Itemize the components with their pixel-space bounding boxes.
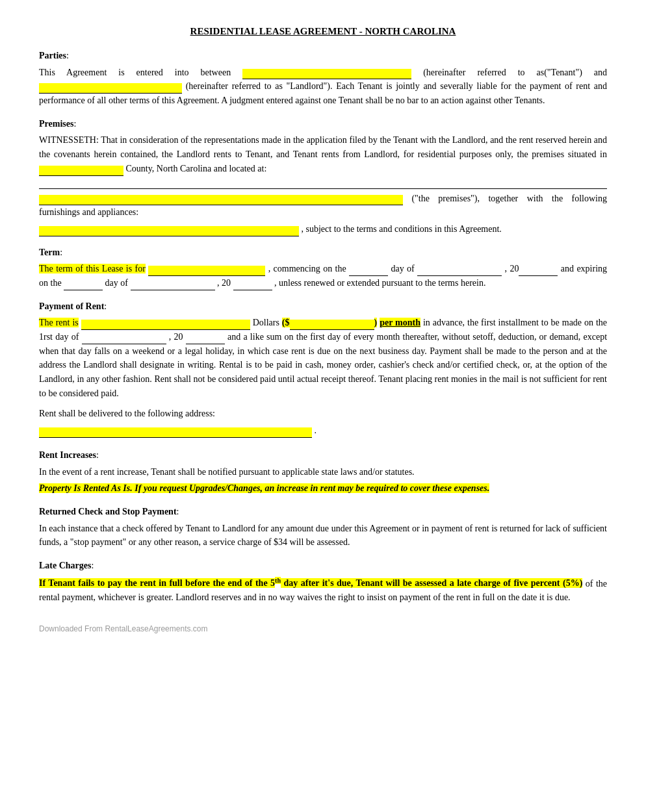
payment-text-1: The rent is Dollars ($) per month in adv… xyxy=(39,316,607,400)
late-charges-heading-line: Late Charges: xyxy=(39,559,607,573)
premises-subject-text: , subject to the terms and conditions in… xyxy=(302,224,502,234)
term-heading: Term xyxy=(39,247,60,257)
rent-increases-section: Rent Increases: In the event of a rent i… xyxy=(39,448,607,496)
returned-check-section: Returned Check and Stop Payment: In each… xyxy=(39,505,607,550)
payment-20: , 20 xyxy=(169,332,183,342)
rent-is-label: The rent is xyxy=(39,318,79,327)
rent-address-period: . xyxy=(315,425,317,435)
start-day-field[interactable] xyxy=(349,266,388,276)
late-charges-th: th xyxy=(275,577,281,584)
term-20-2: , 20 xyxy=(217,278,231,288)
parties-heading: Parties xyxy=(39,51,66,60)
end-month-field[interactable] xyxy=(131,280,215,290)
premises-together: ("the premises"), together with the foll… xyxy=(39,192,607,220)
returned-check-text: In each instance that a check offered by… xyxy=(39,522,607,550)
dollar-sign: ($ xyxy=(282,318,290,327)
document-title: RESIDENTIAL LEASE AGREEMENT - NORTH CARO… xyxy=(39,26,607,37)
county-name-field[interactable] xyxy=(39,166,123,176)
term-comma-20: , xyxy=(505,264,508,273)
parties-intro: This Agreement is entered into between xyxy=(39,68,231,77)
late-charges-highlight3: day after it's due, Tenant will be asses… xyxy=(283,578,582,588)
term-section: Term: The term of this Lease is for , co… xyxy=(39,246,607,290)
rent-address-intro: Rent shall be delivered to the following… xyxy=(39,407,607,421)
rent-increases-heading-line: Rent Increases: xyxy=(39,448,607,463)
premises-text: WITNESSETH: That in consideration of the… xyxy=(39,133,607,175)
rent-address-field-line: . xyxy=(39,424,607,438)
premises-address-field[interactable] xyxy=(39,195,403,205)
footer: Downloaded From RentalLeaseAgreements.co… xyxy=(39,624,607,633)
term-day-of: day of xyxy=(391,264,418,273)
rent-increases-highlight-text: Property Is Rented As Is. If you request… xyxy=(39,483,489,493)
premises-heading: Premises xyxy=(39,119,73,129)
rent-increases-heading: Rent Increases xyxy=(39,450,96,460)
furnishings-field[interactable] xyxy=(39,226,299,236)
start-year-field[interactable] xyxy=(519,266,558,276)
end-year-field[interactable] xyxy=(233,280,272,290)
term-20-1: 20 xyxy=(510,264,519,273)
term-commencing: , commencing on the xyxy=(268,264,349,273)
end-day-field[interactable] xyxy=(64,280,103,290)
late-charges-highlight1: If Tenant fails to pay the rent in full … xyxy=(39,578,275,588)
late-charges-section: Late Charges: If Tenant fails to pay the… xyxy=(39,559,607,605)
term-heading-line: Term: xyxy=(39,246,607,260)
returned-check-heading-line: Returned Check and Stop Payment: xyxy=(39,505,607,519)
parties-section: Parties: This Agreement is entered into … xyxy=(39,49,607,108)
per-month-label: per month xyxy=(380,318,420,327)
payment-heading: Payment of Rent xyxy=(39,301,104,311)
address-field[interactable] xyxy=(39,179,607,189)
premises-heading-line: Premises: xyxy=(39,117,607,131)
premises-section: Premises: WITNESSETH: That in considerat… xyxy=(39,117,607,236)
premises-witnesseth: WITNESSETH: That in consideration of the… xyxy=(39,135,607,159)
start-month-field[interactable] xyxy=(417,266,502,276)
rent-increases-text1: In the event of a rent increase, Tenant … xyxy=(39,465,607,479)
late-charges-text: If Tenant fails to pay the rent in full … xyxy=(39,576,607,605)
landlord-name-field[interactable] xyxy=(39,83,182,94)
parties-text: This Agreement is entered into between (… xyxy=(39,66,607,108)
tenant-name-field[interactable] xyxy=(242,69,411,79)
parties-and: and xyxy=(594,68,607,77)
payment-heading-line: Payment of Rent: xyxy=(39,299,607,314)
rent-amount-words-field[interactable] xyxy=(81,320,250,330)
premises-county: County, North Carolina and located at: xyxy=(126,164,267,173)
rent-address-field[interactable] xyxy=(39,427,312,438)
rent-amount-numbers-field[interactable] xyxy=(290,320,374,330)
payment-section: Payment of Rent: The rent is Dollars ($)… xyxy=(39,299,607,438)
term-day-of-2: day of xyxy=(105,278,131,288)
dollars-label: Dollars xyxy=(253,318,282,327)
first-installment-year-field[interactable] xyxy=(186,334,225,344)
lease-duration-field[interactable] xyxy=(148,266,265,276)
returned-check-heading: Returned Check and Stop Payment xyxy=(39,507,177,516)
parties-hereinafter1: (hereinafter referred to as("Tenant") xyxy=(423,68,594,77)
parties-heading-line: Parties: xyxy=(39,49,607,63)
premises-subject: , subject to the terms and conditions in… xyxy=(39,222,607,236)
term-text: The term of this Lease is for , commenci… xyxy=(39,262,607,290)
term-unless: , unless renewed or extended pursuant to… xyxy=(274,278,485,288)
close-paren: ) xyxy=(374,318,378,327)
footer-text: Downloaded From RentalLeaseAgreements.co… xyxy=(39,624,207,633)
term-highlight: The term of this Lease is for xyxy=(39,264,146,273)
first-installment-month-field[interactable] xyxy=(82,334,166,344)
late-charges-heading: Late Charges xyxy=(39,561,92,570)
rent-increases-highlight: Property Is Rented As Is. If you request… xyxy=(39,481,607,496)
